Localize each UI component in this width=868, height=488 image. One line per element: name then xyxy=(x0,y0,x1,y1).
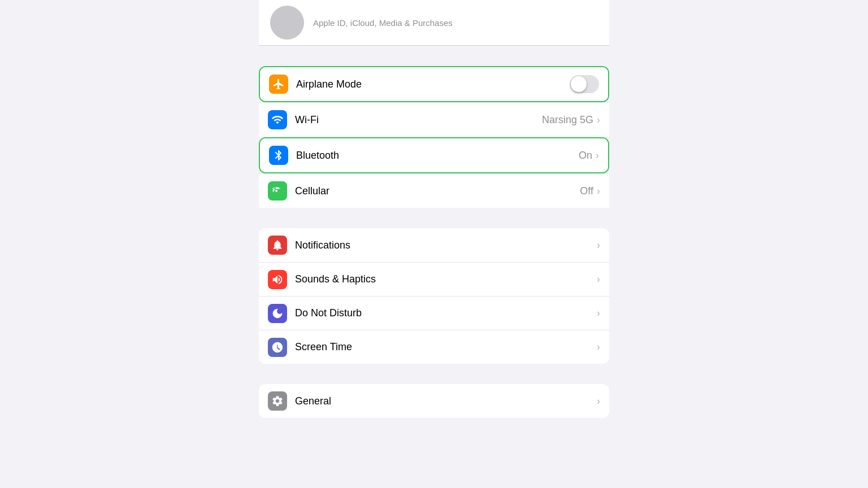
bluetooth-group: Bluetooth On › xyxy=(259,137,609,173)
airplane-mode-label: Airplane Mode xyxy=(296,79,570,90)
cellular-label: Cellular xyxy=(295,185,580,197)
bluetooth-icon-wrap xyxy=(269,146,288,165)
notifications-icon-wrap xyxy=(268,236,287,255)
general-icon-wrap xyxy=(268,391,287,411)
airplane-mode-group: Airplane Mode xyxy=(259,66,609,102)
toggle-knob xyxy=(571,76,587,92)
general-icon xyxy=(271,395,284,407)
section-gap-3 xyxy=(259,364,609,384)
cellular-icon-wrap xyxy=(268,181,287,201)
profile-row[interactable]: Apple ID, iCloud, Media & Purchases xyxy=(259,0,609,46)
airplane-mode-icon-wrap xyxy=(269,75,288,94)
wifi-label: Wi-Fi xyxy=(295,114,542,126)
sounds-icon-wrap xyxy=(268,270,287,289)
dnd-icon xyxy=(271,307,284,320)
notifications-row[interactable]: Notifications › xyxy=(259,228,609,262)
sounds-icon xyxy=(271,273,284,286)
screen-time-icon-wrap xyxy=(268,338,287,357)
dnd-chevron: › xyxy=(597,307,600,319)
cellular-chevron: › xyxy=(597,185,600,197)
bluetooth-chevron: › xyxy=(596,150,599,162)
sounds-label: Sounds & Haptics xyxy=(295,273,597,285)
settings-page: Apple ID, iCloud, Media & Purchases Airp… xyxy=(0,0,868,418)
screen-time-label: Screen Time xyxy=(295,341,597,353)
wifi-chevron: › xyxy=(597,114,600,126)
general-label: General xyxy=(295,395,597,407)
wifi-value: Narsing 5G xyxy=(542,114,593,126)
profile-subtitle: Apple ID, iCloud, Media & Purchases xyxy=(313,18,453,28)
section-gap-1 xyxy=(259,46,609,66)
general-chevron: › xyxy=(597,395,600,407)
screen-time-chevron: › xyxy=(597,341,600,353)
wifi-group: Wi-Fi Narsing 5G › xyxy=(259,103,609,137)
general-group: General › xyxy=(259,384,609,418)
bluetooth-value: On xyxy=(579,150,592,162)
wifi-icon-wrap xyxy=(268,110,287,129)
bluetooth-icon xyxy=(272,149,285,162)
sounds-chevron: › xyxy=(597,273,600,285)
dnd-row[interactable]: Do Not Disturb › xyxy=(259,296,609,330)
airplane-icon xyxy=(272,78,285,90)
cellular-row[interactable]: Cellular Off › xyxy=(259,174,609,208)
notifications-icon xyxy=(271,239,284,251)
general-row[interactable]: General › xyxy=(259,384,609,418)
wifi-row[interactable]: Wi-Fi Narsing 5G › xyxy=(259,103,609,137)
svg-point-0 xyxy=(275,190,277,192)
dnd-icon-wrap xyxy=(268,304,287,323)
cellular-group: Cellular Off › xyxy=(259,174,609,208)
bluetooth-row[interactable]: Bluetooth On › xyxy=(260,138,608,172)
screen-time-row[interactable]: Screen Time › xyxy=(259,330,609,364)
sounds-row[interactable]: Sounds & Haptics › xyxy=(259,262,609,296)
notifications-label: Notifications xyxy=(295,239,597,251)
screen-time-icon xyxy=(271,341,284,354)
section-gap-2 xyxy=(259,208,609,228)
avatar xyxy=(270,6,304,40)
airplane-mode-row[interactable]: Airplane Mode xyxy=(260,67,608,101)
cellular-value: Off xyxy=(580,185,593,197)
preferences-group: Notifications › Sounds & Haptics › Do No… xyxy=(259,228,609,364)
cellular-icon xyxy=(271,185,284,197)
airplane-mode-toggle[interactable] xyxy=(570,75,599,93)
dnd-label: Do Not Disturb xyxy=(295,307,597,319)
wifi-icon xyxy=(271,114,284,126)
notifications-chevron: › xyxy=(597,239,600,251)
bluetooth-label: Bluetooth xyxy=(296,150,579,162)
